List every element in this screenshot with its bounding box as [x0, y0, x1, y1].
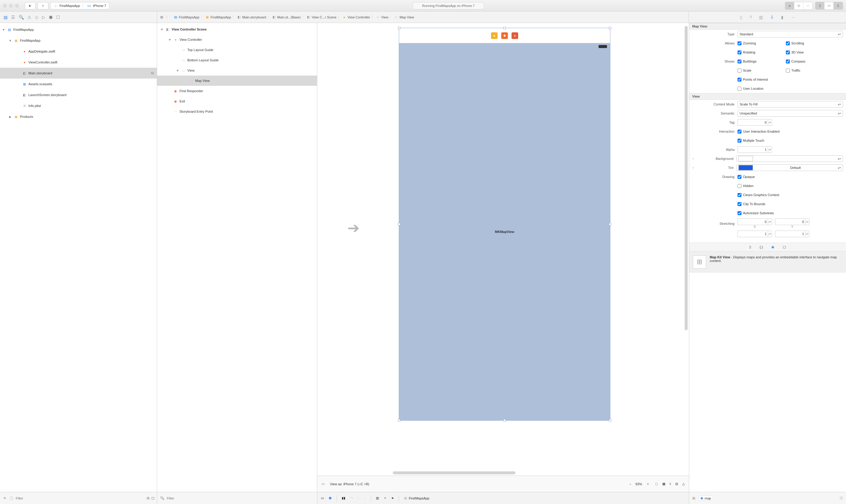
outline-row[interactable]: Top Layout Guide	[157, 45, 317, 55]
debug-view-button[interactable]: ▥	[376, 496, 379, 500]
breakpoints-toggle-icon[interactable]: ⬣	[329, 496, 332, 500]
checkbox[interactable]: User Location	[738, 87, 783, 91]
first-responder-icon[interactable]: ◆	[501, 32, 508, 39]
vertical-scrollbar[interactable]	[684, 26, 688, 461]
object-library-icon[interactable]: ◉	[771, 245, 774, 249]
pause-button[interactable]: ▮▮	[342, 496, 345, 500]
debug-nav-icon[interactable]: ▷	[42, 15, 45, 20]
test-nav-icon[interactable]: ◇	[35, 15, 38, 20]
outline-filter-input[interactable]	[167, 497, 314, 500]
navigator-row[interactable]: Info.plist	[0, 100, 157, 111]
resize-handle[interactable]	[503, 419, 506, 421]
view-as-label[interactable]: View as: iPhone 7 (wC hR)	[330, 482, 369, 486]
outline-row[interactable]: Storyboard Entry Point	[157, 106, 317, 116]
checkbox[interactable]: Clears Graphics Context	[738, 193, 783, 197]
toggle-debug-icon[interactable]: ▭	[321, 496, 324, 500]
location-button[interactable]: ➤	[391, 496, 394, 500]
editor-assistant-button[interactable]: ◎	[794, 2, 804, 10]
checkbox[interactable]: Rotating	[738, 51, 783, 54]
size-inspector-icon[interactable]: ▮	[781, 15, 784, 20]
attributes-inspector-icon[interactable]: ⇩	[770, 15, 774, 20]
map-view[interactable]: MKMapView	[399, 43, 610, 420]
checkbox[interactable]: Scale	[738, 69, 783, 73]
content-mode-select[interactable]: Scale To Fill▴▾	[738, 101, 843, 108]
navigator-row[interactable]: ▼FirstMapsApp	[0, 35, 157, 46]
resolve-issues-button[interactable]: △	[682, 482, 685, 486]
stop-button[interactable]	[37, 2, 48, 10]
outline-row[interactable]: ▼View Controller	[157, 34, 317, 45]
tint-select[interactable]: Default▴▾	[736, 164, 843, 171]
navigator-row[interactable]: ▶Products	[0, 111, 157, 122]
library-filter-chip[interactable]: ◉map	[698, 496, 713, 501]
navigator-row[interactable]: Assets.xcassets	[0, 78, 157, 89]
resize-handle[interactable]	[398, 27, 400, 29]
interface-builder-canvas[interactable]: ➔ ● ◆ ⎋ MKMapView	[317, 23, 689, 475]
add-button[interactable]: ＋	[2, 495, 7, 501]
background-select[interactable]: ▴▾	[736, 155, 843, 162]
scene-dock[interactable]: ● ◆ ⎋	[399, 28, 610, 43]
identity-inspector-icon[interactable]: ▥	[759, 15, 763, 20]
viewcontroller-icon[interactable]: ●	[491, 32, 498, 39]
checkbox[interactable]: Hidden	[738, 184, 783, 188]
editor-version-button[interactable]: ↔	[804, 2, 812, 10]
resize-handle[interactable]	[609, 223, 611, 226]
minimize-icon[interactable]	[9, 4, 13, 7]
entry-point-arrow-icon[interactable]: ➔	[347, 219, 360, 236]
embed-in-button[interactable]: ▦	[662, 482, 665, 486]
exit-icon[interactable]: ⎋	[511, 32, 518, 39]
checkbox[interactable]: Compass	[786, 59, 831, 64]
step-out-button[interactable]: ↑	[364, 497, 366, 500]
step-over-button[interactable]: ↷	[350, 496, 353, 500]
scm-icon[interactable]: ▢	[151, 496, 155, 500]
checkbox[interactable]: User Interaction Enabled	[738, 130, 783, 133]
type-select[interactable]: Standard▴▾	[738, 31, 843, 37]
view-controller-scene[interactable]: ● ◆ ⎋ MKMapView	[399, 28, 610, 420]
report-nav-icon[interactable]: ☐	[56, 15, 60, 20]
checkbox[interactable]: Points of Interest	[738, 78, 783, 82]
resize-handle[interactable]	[398, 419, 400, 421]
navigator-filter-input[interactable]	[16, 497, 144, 500]
grid-view-icon[interactable]: ▦	[692, 496, 695, 500]
outline-row[interactable]: Exit	[157, 96, 317, 106]
navigator-row[interactable]: Main.storyboardM	[0, 68, 157, 78]
scheme-selector[interactable]: FirstMapsApp 〉 iPhone 7	[50, 2, 109, 10]
pin-button[interactable]: ⊟	[675, 482, 678, 486]
forward-button[interactable]: 〉	[169, 15, 172, 19]
file-template-library-icon[interactable]: ▯	[749, 245, 751, 249]
breakpoint-nav-icon[interactable]: ⬣	[49, 15, 53, 20]
zoom-icon[interactable]	[15, 4, 19, 7]
checkbox[interactable]: 3D View	[786, 51, 831, 54]
toggle-debug-button[interactable]: ▭	[825, 2, 834, 10]
zoom-in-button[interactable]: ＋	[646, 482, 650, 486]
stretch-w-stepper[interactable]: ▴▾	[738, 231, 772, 237]
add-row-icon[interactable]: +	[692, 166, 694, 169]
navigator-row[interactable]: AppDelegate.swift	[0, 46, 157, 57]
checkbox[interactable]: Autoresize Subviews	[738, 211, 783, 215]
semantic-select[interactable]: Unspecified▴▾	[738, 110, 843, 116]
toggle-navigator-button[interactable]: ▯	[815, 2, 825, 10]
outline-row[interactable]: ▼View	[157, 65, 317, 75]
alpha-stepper[interactable]: ▴▾	[738, 146, 772, 153]
zoom-out-button[interactable]: −	[629, 482, 631, 486]
outline-row[interactable]: ▼View Controller Scene	[157, 24, 317, 34]
tag-stepper[interactable]: ▴▾	[738, 119, 772, 126]
checkbox[interactable]: Multiple Touch	[738, 139, 783, 143]
toggle-utilities-button[interactable]: ▯	[834, 2, 843, 10]
stretch-h-stepper[interactable]: ▴▾	[775, 231, 809, 237]
navigator-row[interactable]: ▼FirstMapsApp	[0, 24, 157, 35]
navigator-row[interactable]: LaunchScreen.storyboard	[0, 89, 157, 100]
quickhelp-inspector-icon[interactable]: ?	[750, 15, 752, 20]
stretch-y-stepper[interactable]: ▴▾	[775, 218, 809, 225]
checkbox[interactable]: Traffic	[786, 69, 831, 73]
jump-bar[interactable]: ▦ 〈 〉 ▤FirstMapsApp〉 ▣FirstMapsApp〉 ◧Mai…	[157, 12, 689, 23]
align-button[interactable]: ⫴	[669, 482, 671, 486]
horizontal-scrollbar[interactable]	[393, 471, 597, 475]
project-nav-icon[interactable]: ▤	[4, 15, 7, 20]
resize-handle[interactable]	[609, 27, 611, 29]
memory-graph-button[interactable]: ⚬	[384, 496, 386, 500]
outline-row[interactable]: Bottom Layout Guide	[157, 55, 317, 65]
library-item[interactable]: ⊞ Map Kit View - Displays maps and provi…	[689, 252, 846, 272]
stretch-x-stepper[interactable]: ▴▾	[738, 218, 772, 225]
related-items-icon[interactable]: ▦	[160, 15, 163, 19]
checkbox[interactable]: Opaque	[738, 175, 783, 179]
